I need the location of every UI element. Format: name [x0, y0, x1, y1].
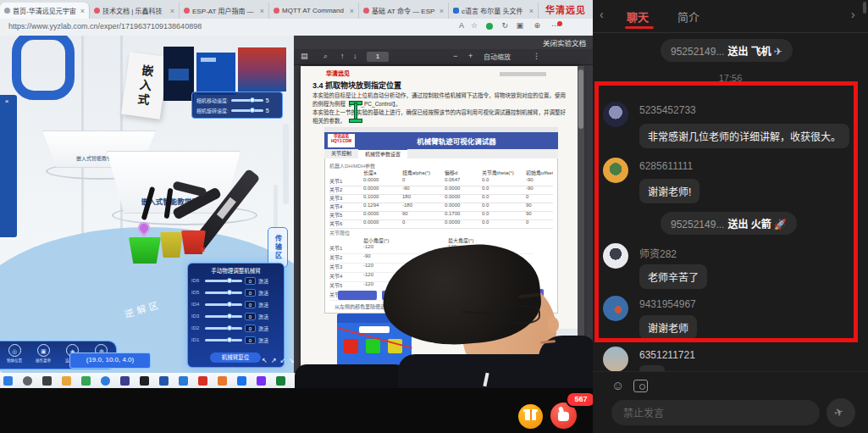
app-icon: [140, 376, 149, 386]
joint-slider: [205, 291, 242, 294]
presenter-nose: [548, 317, 559, 332]
tab-favicon: [184, 8, 190, 14]
virtual-lab-scene: × 嵌入式 相机移动速度: 5 相机旋转速度: 5: [0, 36, 294, 373]
tool-header: 华清远见HQYJ.COM 机械臂轨迹可视化调试器: [324, 132, 558, 149]
player-control-strip: 567: [0, 388, 593, 433]
zoom-out-icon: −: [453, 52, 457, 60]
color-dropdown: [359, 326, 390, 333]
send-plane-icon: ✈: [832, 405, 845, 420]
joint-slider: [205, 327, 242, 330]
edge-icon: [101, 376, 110, 386]
dock-item: ◎物体位置: [0, 344, 29, 363]
chat-next-arrow-icon[interactable]: ›: [851, 8, 855, 21]
dh-header-row: 长度a扭角alpha(°)偏移d关节角theta(°)初始角offset(°): [329, 169, 553, 176]
send-button[interactable]: ✈: [827, 398, 855, 427]
joint-id-label: ID4: [191, 302, 202, 307]
tab-label: c语言 布尔量 头文件: [462, 6, 527, 15]
tab-label: 首页-华清远见元宇宙: [13, 6, 78, 15]
panel-close-icon: ×: [5, 97, 9, 105]
joint-slider: [205, 339, 242, 341]
app-icon: [159, 376, 169, 386]
browser-tab: 基础 AT 命令 — ESP×: [359, 3, 449, 19]
chat-input-area: ☺ ✈: [593, 371, 868, 433]
embedded-sign: 嵌入式: [121, 52, 169, 119]
tab-close-icon: ×: [260, 7, 264, 15]
browser-urlbar: https://www.yyzlab.com.cn/exper/17196371…: [0, 19, 593, 36]
tab-label: 技术文档 | 乐鑫科技: [102, 6, 168, 15]
read-aloud-icon: A: [459, 21, 464, 30]
highlight-red-box: [594, 81, 858, 342]
tab-close-icon: ×: [170, 7, 174, 15]
collections-icon: ⊕: [534, 21, 540, 30]
chat-prev-arrow-icon[interactable]: ‹: [600, 8, 604, 21]
dh-row: 关节60.000000.00000.00: [329, 219, 553, 229]
doc-header-text: [500, 72, 546, 76]
app-icon: [276, 376, 285, 386]
browser-tab: MQTT AT Command×: [269, 3, 359, 19]
emoji-icon[interactable]: ☺: [611, 378, 624, 392]
camera-rotate-value: 5: [266, 108, 269, 114]
tab-favicon: [4, 8, 10, 14]
wechat-icon: [81, 376, 91, 386]
tab-chat[interactable]: 聊天: [627, 8, 649, 25]
live-video[interactable]: 首页-华清远见元宇宙× 技术文档 | 乐鑫科技× ESP-AT 用户指南 —× …: [0, 0, 593, 388]
wall-poster: [163, 47, 194, 101]
browser-tab: 技术文档 | 乐鑫科技×: [90, 3, 180, 19]
camera-speed-panel: 相机移动速度: 5 相机旋转速度: 5: [191, 92, 283, 119]
tool-tab: 机械臂参数设置: [358, 149, 407, 158]
app-icon: [179, 376, 188, 386]
thumbs-up-icon: [558, 412, 569, 421]
page-down-icon: ↓: [353, 52, 357, 60]
close-doc-button: 关闭实验文档: [543, 37, 586, 47]
divider: [593, 32, 868, 33]
activate-button: 激活: [258, 289, 268, 297]
wall-poster: [238, 47, 286, 92]
joint-id-label: ID6: [191, 278, 202, 283]
refresh-icon: ↻: [501, 21, 508, 30]
shield-icon: [486, 23, 493, 30]
doc-heading: 3.4 抓取物块放到指定位置: [312, 80, 401, 91]
gift-button[interactable]: [518, 404, 543, 429]
position-icon: ◎: [8, 344, 21, 357]
joint-slider: [205, 280, 242, 282]
browser-tabbar: 首页-华清远见元宇宙× 技术文档 | 乐鑫科技× ESP-AT 用户指南 —× …: [0, 0, 593, 19]
url-text: https://www.yyzlab.com.cn/exper/17196371…: [8, 22, 202, 31]
camera-rotate-slider: [231, 109, 263, 112]
avatar[interactable]: [603, 347, 628, 372]
joint-value: 0: [245, 313, 256, 320]
watermark: 华清远见: [545, 3, 586, 16]
tool-title: 机械臂轨迹可视化调试器: [355, 136, 558, 146]
tab-close-icon: ×: [80, 7, 85, 15]
activate-button: 激活: [258, 301, 268, 308]
tab-label: 基础 AT 命令 — ESP: [372, 6, 437, 15]
tab-info[interactable]: 简介: [677, 8, 699, 25]
fullscreen-arrows-icon: ↖↗↙↘: [262, 357, 280, 364]
chat-scrollbar[interactable]: [863, 2, 866, 14]
led-strip: [283, 124, 289, 204]
presenter-shoulder: [295, 364, 406, 388]
green-swatch: [366, 339, 380, 353]
target-x-marker: ×: [200, 244, 205, 254]
notification-dot: [557, 21, 562, 26]
app-icon: [257, 376, 266, 386]
zoom-mode-select: 自动缩放: [484, 52, 511, 61]
chat-input-pill: [611, 400, 820, 425]
joint-value: 0: [245, 301, 256, 308]
more-options-icon: ⋮: [533, 52, 540, 60]
joint-id-label: ID5: [191, 290, 202, 295]
browser-tab: c语言 布尔量 头文件×: [449, 3, 539, 19]
arm-control-panel: 手动物理调整机械臂 ID60激活 ID50激活 ID40激活 ID30激活 ID…: [187, 263, 285, 368]
camera-move-slider: [231, 99, 263, 102]
tab-label: MQTT AT Command: [282, 7, 347, 14]
tab-label: ESP-AT 用户指南 —: [192, 6, 257, 15]
chat-input[interactable]: [622, 400, 811, 427]
arm-panel-title: 手动物理调整机械臂: [191, 266, 280, 275]
joint-slider: [205, 303, 242, 306]
side-panel: ×: [0, 95, 17, 237]
pdf-toolbar: ▤ ⌕ ↑ ↓ 1 − + 自动缩放 ⋮: [294, 49, 593, 65]
screenshot-icon[interactable]: [633, 380, 648, 392]
app-icon: [198, 376, 207, 386]
airplane-icon: ✈: [774, 46, 782, 58]
tab-close-icon: ×: [440, 7, 444, 15]
arm-reset-button: 机械臂复位: [210, 353, 261, 363]
